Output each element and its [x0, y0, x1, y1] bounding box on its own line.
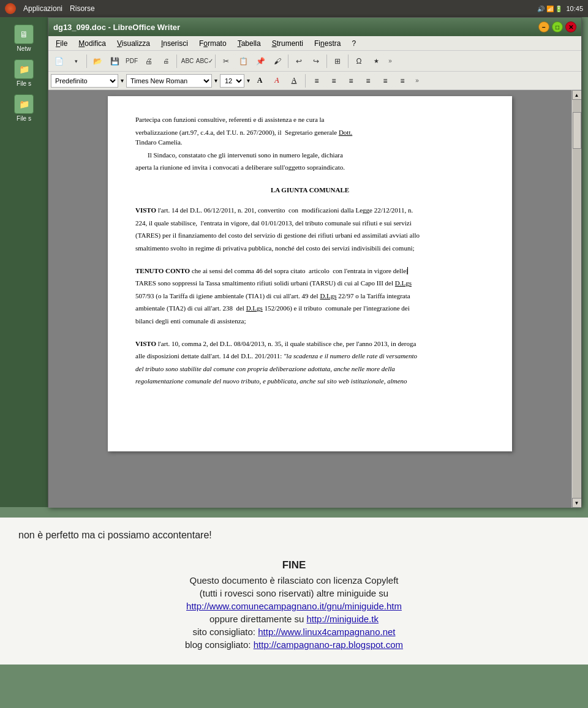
align-justify-button[interactable]: ≡ [361, 74, 375, 88]
undo-button[interactable]: ↩ [291, 53, 307, 69]
clock: 10:45 [566, 5, 583, 12]
ubuntu-icon [5, 3, 16, 14]
libreoffice-window: dg13_099.doc - LibreOffice Writer − □ ✕ … [48, 17, 582, 507]
doc-para-2: verbalizzazione (art.97, c.4.a, del T.U.… [135, 127, 484, 148]
font-dropdown-btn[interactable]: ▾ [214, 77, 217, 84]
minimize-button[interactable]: − [538, 21, 549, 32]
doc-para-7: smaltimento svolto in regime di privativ… [135, 243, 484, 254]
menu-tabella[interactable]: Tabella [233, 38, 266, 49]
maximize-button[interactable]: □ [552, 21, 563, 32]
file-icon-1: 📁 [14, 59, 34, 79]
doc-para-5: 224, il quale stabilisce, l'entrata in v… [135, 218, 484, 228]
right-scrollbar[interactable]: ▲ ▼ [571, 90, 581, 508]
style-dropdown-btn[interactable]: ▾ [121, 77, 124, 84]
doc-scroll-area[interactable]: Partecipa con funzioni consultive, refer… [48, 90, 571, 508]
doc-para-4: aperta la riunione ed invita i convocati… [135, 162, 484, 173]
fine-line-5: blog consigliato: http://campagnano-rap.… [18, 639, 570, 650]
toolbar-sep-3 [215, 55, 216, 68]
style-dropdown[interactable]: Predefinito [51, 74, 118, 88]
paste-button[interactable]: 📌 [252, 53, 268, 69]
align-justify-button3[interactable]: ≡ [395, 74, 410, 88]
align-right-button[interactable]: ≡ [344, 74, 358, 88]
scroll-down-button[interactable]: ▼ [572, 498, 582, 508]
save-as-pdf-button[interactable]: PDF [124, 53, 140, 69]
print-preview-button[interactable]: 🖨 [141, 53, 157, 69]
window-title: dg13_099.doc - LibreOffice Writer [53, 23, 538, 32]
toolbar-more-button[interactable]: » [385, 53, 395, 69]
fine-line-4: sito consigliato: http://www.linux4campa… [18, 627, 570, 637]
fine-line-2: (tutti i rovesci sono riservati) altre m… [18, 588, 570, 598]
menu-file[interactable]: File [51, 38, 72, 49]
menu-modifica[interactable]: Modifica [74, 38, 111, 49]
link-linux4campagnano[interactable]: http://www.linux4campagnano.net [258, 627, 395, 637]
toolbar-dropdown-1[interactable]: ▾ [68, 53, 84, 69]
doc-para-12: alle disposizioni dettate dall'art. 14 d… [135, 351, 484, 361]
document-page[interactable]: Partecipa con funzioni consultive, refer… [108, 96, 512, 451]
autocorrect-button[interactable]: ABC✓ [197, 53, 213, 69]
char-map-button[interactable]: Ω [351, 53, 367, 69]
doc-para-10: ambientale (TIA2) di cui all'art. 238 de… [135, 303, 484, 314]
sidebar-item-files1[interactable]: 📁 File s [6, 57, 42, 89]
table-button[interactable]: ⊞ [330, 53, 345, 69]
sidebar-item-files2[interactable]: 📁 File s [6, 92, 42, 124]
menu-finestra[interactable]: Finestra [309, 38, 345, 49]
desktop-sidebar: 🖥 Netw 📁 File s 📁 File s [0, 17, 48, 507]
print-button[interactable]: 🖨 [158, 53, 174, 69]
underline-button[interactable]: A [287, 74, 301, 88]
intro-text: non è perfetto ma ci possiamo accontenta… [18, 530, 570, 541]
scroll-up-button[interactable]: ▲ [572, 90, 582, 100]
size-dropdown[interactable]: 12 [220, 74, 244, 88]
scrollbar-thumb[interactable] [573, 112, 581, 149]
italic-button[interactable]: A [270, 74, 284, 88]
close-button[interactable]: ✕ [565, 21, 576, 32]
doc-para-6: (TARES) per il finanziamento del costo d… [135, 230, 484, 241]
window-controls: − □ ✕ [538, 21, 576, 32]
document-area: Partecipa con funzioni consultive, refer… [48, 90, 581, 508]
size-dropdown-btn[interactable]: ▾ [247, 77, 250, 84]
fmt-sep-1 [305, 74, 306, 88]
align-center-button[interactable]: ≡ [326, 74, 341, 88]
sidebar-item-netw[interactable]: 🖥 Netw [6, 22, 42, 55]
toolbar-sep-4 [288, 55, 288, 68]
cut-button[interactable]: ✂ [218, 53, 234, 69]
insert-field-button[interactable]: ★ [368, 53, 384, 69]
file-icon-2: 📁 [14, 94, 34, 114]
menu-formato[interactable]: Formato [194, 38, 232, 49]
scrollbar-track[interactable] [573, 100, 581, 498]
open-button[interactable]: 📂 [89, 53, 105, 69]
desktop: Applicazioni Risorse 🔊 📶 🔋 10:45 🖥 Netw … [0, 0, 588, 708]
doc-tenuto-conto: TENUTO CONTO che ai sensi del comma 46 d… [135, 266, 484, 276]
doc-visto-1: VISTO l'art. 14 del D.L. 06/12/2011, n. … [135, 205, 484, 216]
link-miniguide[interactable]: http://www.comunecampagnano.it/gnu/minig… [186, 601, 402, 611]
netw-icon: 🖥 [14, 24, 34, 44]
taskbar-risorse[interactable]: Risorse [70, 4, 95, 13]
bold-button[interactable]: A [252, 74, 267, 88]
menu-inserisci[interactable]: Inserisci [156, 38, 193, 49]
menu-strumenti[interactable]: Strumenti [267, 38, 308, 49]
clone-button[interactable]: 🖌 [270, 53, 285, 69]
menu-help[interactable]: ? [347, 38, 361, 49]
fine-title: FINE [18, 559, 570, 571]
spellcheck-button[interactable]: ABC [179, 53, 195, 69]
link-miniguide-tk[interactable]: http://miniguide.tk [306, 614, 379, 624]
new-button[interactable]: 📄 [51, 53, 67, 69]
doc-para-9: 507/93 (o la Tariffa di igiene ambiental… [135, 291, 484, 301]
taskbar-applicazioni[interactable]: Applicazioni [23, 4, 62, 13]
link-campagnano-rap[interactable]: http://campagnano-rap.blogspot.com [254, 639, 403, 650]
fmt-more-button[interactable]: » [412, 73, 422, 89]
font-dropdown[interactable]: Times New Roman [126, 74, 212, 88]
doc-para-14: regolamentazione comunale del nuovo trib… [135, 376, 484, 386]
doc-para-13: del tributo sono stabilite dal comune co… [135, 364, 484, 374]
toolbar-sep-2 [176, 55, 177, 68]
system-tray: 🔊 📶 🔋 [537, 6, 563, 12]
redo-button[interactable]: ↪ [308, 53, 324, 69]
menu-bar: File Modifica Visualizza Inserisci Forma… [48, 36, 581, 51]
doc-para-11: bilanci degli enti comunale di assistenz… [135, 316, 484, 326]
menu-visualizza[interactable]: Visualizza [112, 38, 155, 49]
align-justify-button2[interactable]: ≡ [378, 74, 393, 88]
toolbar-sep-1 [86, 55, 87, 68]
toolbar-sep-5 [326, 55, 327, 68]
align-left-button[interactable]: ≡ [309, 74, 324, 88]
copy-button[interactable]: 📋 [235, 53, 251, 69]
save-button[interactable]: 💾 [107, 53, 123, 69]
